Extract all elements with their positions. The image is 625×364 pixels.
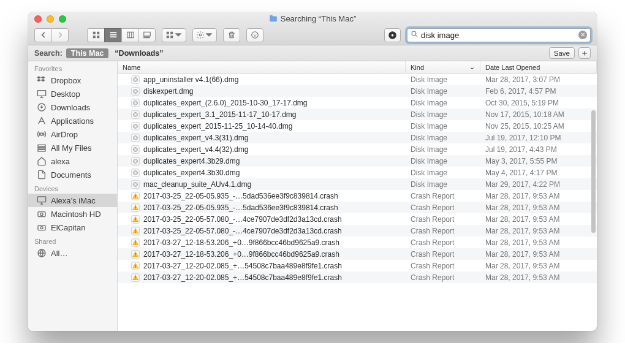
file-kind: Crash Report bbox=[406, 192, 480, 200]
sidebar-item-all-my-files[interactable]: All My Files bbox=[28, 141, 117, 154]
svg-rect-28 bbox=[38, 212, 45, 217]
file-row[interactable]: 2017-03-27_12-20-02.085_+…54508c7baa489e… bbox=[118, 260, 597, 271]
svg-rect-24 bbox=[38, 145, 45, 146]
crash-report-icon bbox=[131, 203, 140, 212]
add-criteria-button[interactable]: ＋ bbox=[578, 47, 591, 59]
privacy-button[interactable] bbox=[384, 28, 401, 42]
file-date: Mar 28, 2017, 9:53 AM bbox=[480, 192, 597, 200]
dropbox-icon bbox=[37, 75, 47, 85]
scope-downloads[interactable]: “Downloads” bbox=[115, 49, 163, 58]
scrollbar[interactable] bbox=[591, 110, 596, 291]
view-icons-button[interactable] bbox=[87, 28, 104, 42]
file-row[interactable]: duplicates_expert_3.1_2015-11-17_10-17.d… bbox=[118, 108, 597, 120]
file-row[interactable]: 2017-03-25_22-05-57.080_-…4ce7907de3df2d… bbox=[118, 213, 597, 225]
file-row[interactable]: app_uninstaller v4.1(66).dmgDisk ImageMa… bbox=[118, 74, 597, 85]
disk-image-icon bbox=[131, 157, 140, 165]
view-gallery-button[interactable] bbox=[138, 28, 156, 42]
info-button[interactable] bbox=[246, 28, 263, 42]
svg-point-23 bbox=[40, 133, 43, 135]
svg-rect-82 bbox=[135, 265, 135, 267]
sidebar-item-macintosh-hd[interactable]: Macintosh HD bbox=[28, 207, 117, 221]
file-kind: Disk Image bbox=[406, 145, 480, 154]
sidebar-item-label: AirDrop bbox=[51, 130, 78, 139]
svg-rect-7 bbox=[127, 32, 134, 37]
file-row[interactable]: duplicates_expert_(2.6.0)_2015-10-30_17-… bbox=[118, 97, 597, 108]
view-buttons bbox=[87, 28, 156, 42]
folder-icon bbox=[269, 15, 278, 22]
col-kind[interactable]: Kind⌄ bbox=[406, 61, 480, 73]
svg-point-29 bbox=[40, 213, 43, 216]
file-row[interactable]: mac_cleanup_suite_AUv4.1.dmgDisk ImageMa… bbox=[118, 178, 597, 190]
crash-report-icon bbox=[131, 262, 140, 270]
sidebar-item-alexa-s-imac[interactable]: Alexa’s iMac bbox=[28, 194, 117, 207]
file-name: 2017-03-25_22-05-57.080_-…4ce7907de3df2d… bbox=[143, 227, 342, 235]
finder-window: Searching “This Mac” bbox=[28, 12, 597, 331]
svg-rect-13 bbox=[170, 32, 173, 34]
close-button[interactable] bbox=[34, 15, 42, 23]
save-search-button[interactable]: Save bbox=[549, 47, 575, 59]
file-date: May 4, 2017, 4:17 PM bbox=[480, 169, 597, 177]
file-row[interactable]: duplicates_expert4.3b30.dmgDisk ImageMay… bbox=[118, 167, 597, 178]
trash-button[interactable] bbox=[223, 28, 240, 42]
file-kind: Crash Report bbox=[406, 262, 480, 270]
toolbar: ✕ bbox=[28, 25, 597, 45]
sidebar-item-dropbox[interactable]: Dropbox bbox=[28, 74, 117, 87]
file-row[interactable]: duplicates_expert_2015-11-25_10-14-40.dm… bbox=[118, 120, 597, 132]
col-name[interactable]: Name bbox=[118, 61, 406, 73]
forward-button[interactable] bbox=[51, 28, 69, 42]
sidebar-item-all-[interactable]: All… bbox=[28, 246, 117, 260]
sidebar-item-downloads[interactable]: Downloads bbox=[28, 100, 117, 114]
file-date: Mar 28, 2017, 9:53 AM bbox=[480, 273, 597, 282]
view-list-button[interactable] bbox=[104, 28, 121, 42]
scope-this-mac[interactable]: This Mac bbox=[66, 48, 109, 58]
col-date[interactable]: Date Last Opened bbox=[480, 61, 597, 73]
search-field[interactable]: ✕ bbox=[407, 28, 591, 42]
disk-image-icon bbox=[131, 99, 140, 107]
file-name: 2017-03-27_12-20-02.085_+…54508c7baa489e… bbox=[143, 262, 342, 270]
svg-point-31 bbox=[40, 227, 43, 229]
svg-rect-76 bbox=[135, 241, 135, 243]
file-row[interactable]: duplicates_expert_v4.3(31).dmgDisk Image… bbox=[118, 132, 597, 143]
file-kind: Crash Report bbox=[406, 203, 480, 212]
arrange-button[interactable] bbox=[162, 28, 186, 42]
svg-point-47 bbox=[135, 125, 136, 126]
file-date: Mar 29, 2017, 4:22 PM bbox=[480, 180, 597, 189]
file-date: Nov 17, 2015, 10:18 AM bbox=[480, 110, 597, 119]
file-row[interactable]: 2017-03-25_22-05-57.080_-…4ce7907de3df2d… bbox=[118, 225, 597, 237]
svg-rect-77 bbox=[135, 243, 135, 244]
sidebar-item-alexa[interactable]: alexa bbox=[28, 154, 117, 168]
sidebar-item-airdrop[interactable]: AirDrop bbox=[28, 127, 117, 141]
minimize-button[interactable] bbox=[47, 15, 54, 23]
svg-rect-4 bbox=[110, 32, 116, 33]
traffic-lights bbox=[34, 15, 66, 23]
sidebar-item-desktop[interactable]: Desktop bbox=[28, 87, 117, 100]
file-row[interactable]: duplicates_expert_v4.4(32).dmgDisk Image… bbox=[118, 143, 597, 155]
sort-caret-icon: ⌄ bbox=[469, 63, 475, 71]
clear-search-icon[interactable]: ✕ bbox=[578, 31, 587, 39]
apps-icon bbox=[37, 116, 47, 126]
crash-report-icon bbox=[131, 215, 140, 224]
action-button[interactable] bbox=[192, 28, 217, 42]
file-row[interactable]: 2017-03-25_22-05-05.935_-…5dad536ee3f9c8… bbox=[118, 202, 597, 213]
svg-rect-68 bbox=[135, 208, 135, 209]
scrollbar-thumb[interactable] bbox=[591, 110, 596, 233]
file-name: 2017-03-27_12-18-53.206_+0…9f866bcc46bd9… bbox=[143, 238, 339, 247]
file-name: duplicates_expert_v4.3(31).dmg bbox=[143, 134, 248, 142]
zoom-button[interactable] bbox=[59, 15, 66, 23]
file-row[interactable]: diskexpert.dmgDisk ImageFeb 6, 2017, 4:5… bbox=[118, 85, 597, 97]
search-input[interactable] bbox=[421, 31, 576, 40]
hdd-icon bbox=[37, 209, 47, 219]
file-date: Mar 28, 2017, 9:53 AM bbox=[480, 203, 597, 212]
file-row[interactable]: 2017-03-27_12-18-53.206_+0…9f866bcc46bd9… bbox=[118, 237, 597, 248]
file-row[interactable]: 2017-03-27_12-18-53.206_+0…9f866bcc46bd9… bbox=[118, 248, 597, 260]
back-button[interactable] bbox=[34, 28, 51, 42]
file-row[interactable]: 2017-03-27_12-20-02.085_+…54508c7baa489e… bbox=[118, 271, 597, 283]
svg-point-59 bbox=[135, 172, 136, 173]
sidebar-item-elcapitan[interactable]: ElCapitan bbox=[28, 221, 117, 234]
sidebar-item-applications[interactable]: Applications bbox=[28, 114, 117, 127]
file-row[interactable]: 2017-03-25_22-05-05.935_-…5dad536ee3f9c8… bbox=[118, 190, 597, 202]
file-row[interactable]: duplicates_expert4.3b29.dmgDisk ImageMay… bbox=[118, 155, 597, 167]
file-name: app_uninstaller v4.1(66).dmg bbox=[143, 75, 238, 84]
sidebar-item-documents[interactable]: Documents bbox=[28, 168, 117, 181]
view-columns-button[interactable] bbox=[121, 28, 138, 42]
